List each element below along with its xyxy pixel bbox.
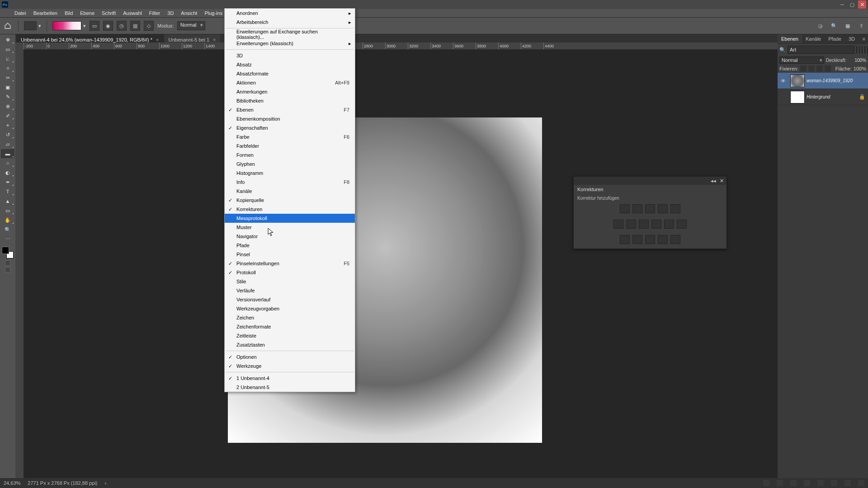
heal-tool-icon[interactable]: ⊕ <box>1 102 14 111</box>
adjustments-panel-title[interactable]: Korrekturen <box>574 185 726 194</box>
history-brush-tool-icon[interactable]: ↺ <box>1 130 14 139</box>
filter-shape-icon[interactable] <box>864 46 865 53</box>
menu-item-werkzeugvorgaben[interactable]: Werkzeugvorgaben <box>225 304 355 313</box>
menu-item-info[interactable]: InfoF8 <box>225 178 355 187</box>
chevron-down-icon[interactable]: ▾ <box>38 23 41 29</box>
layer-blend-mode-select[interactable]: Normal <box>779 56 824 64</box>
menu-item-aktionen[interactable]: AktionenAlt+F9 <box>225 78 355 87</box>
frame-tool-icon[interactable]: ▣ <box>1 83 14 92</box>
menu-item-erweiterungen-klassisch-[interactable]: Erweiterungen (klassisch)▸ <box>225 39 355 48</box>
invert-icon[interactable] <box>620 235 630 244</box>
menu-item-1-unbenannt-4[interactable]: ✓1 Unbenannt-4 <box>225 374 355 383</box>
edit-toolbar-icon[interactable]: ⋯ <box>1 235 14 244</box>
menu-item-arbeitsbereich[interactable]: Arbeitsbereich▸ <box>225 18 355 27</box>
photo-filter-icon[interactable] <box>651 220 661 229</box>
menu-item-pfade[interactable]: Pfade <box>225 241 355 250</box>
menu-item-absatzformate[interactable]: Absatzformate <box>225 69 355 78</box>
zoom-tool-icon[interactable]: 🔍 <box>1 225 14 234</box>
menu-item-kan-le[interactable]: Kanäle <box>225 187 355 196</box>
lock-artboard-icon[interactable] <box>816 66 823 72</box>
lasso-tool-icon[interactable]: ⟀ <box>1 54 14 63</box>
menu-ebene[interactable]: Ebene <box>76 9 98 17</box>
menu-filter[interactable]: Filter <box>146 9 164 17</box>
menu-item-protokoll[interactable]: ✓Protokoll <box>225 268 355 277</box>
hue-saturation-icon[interactable] <box>613 220 623 229</box>
eraser-tool-icon[interactable]: ▱ <box>1 140 14 149</box>
layer-name[interactable]: woman-1439909_1920 <box>807 78 853 83</box>
menu-item-zeichen[interactable]: Zeichen <box>225 313 355 322</box>
gradient-tool-icon[interactable]: ▬ <box>1 149 14 158</box>
filter-pixel-icon[interactable] <box>856 46 857 53</box>
menu-item-anmerkungen[interactable]: Anmerkungen <box>225 87 355 96</box>
shape-tool-icon[interactable]: ▭ <box>1 206 14 215</box>
document-info[interactable]: 2771 Px x 2768 Px (182,88 ppi) <box>28 480 97 486</box>
menu-item-histogramm[interactable]: Histogramm <box>225 169 355 178</box>
status-icon[interactable] <box>777 480 783 486</box>
horizontal-ruler[interactable]: -200020040060080010001200140016001800200… <box>24 42 778 50</box>
marquee-tool-icon[interactable]: ▭ <box>1 45 14 54</box>
menu-item-absatz[interactable]: Absatz <box>225 60 355 69</box>
path-select-tool-icon[interactable]: ▲ <box>1 197 14 206</box>
menu-item-muster[interactable]: Muster <box>225 223 355 232</box>
vibrance-icon[interactable] <box>670 204 680 213</box>
search-icon[interactable]: 🔍 <box>830 22 838 30</box>
lock-position-icon[interactable] <box>808 66 815 72</box>
menu-item-stile[interactable]: Stile <box>225 277 355 286</box>
window-close-button[interactable]: ✕ <box>858 0 866 9</box>
status-icon[interactable] <box>831 480 837 486</box>
zoom-level[interactable]: 24,63% <box>4 480 20 486</box>
hand-tool-icon[interactable]: ✋ <box>1 216 14 225</box>
gradient-reflected-icon[interactable]: ▥ <box>130 21 140 31</box>
tool-preset-picker[interactable] <box>24 21 37 30</box>
type-tool-icon[interactable]: T <box>1 187 14 196</box>
layer-name[interactable]: Hintergrund <box>807 94 830 99</box>
blur-tool-icon[interactable]: ○ <box>1 159 14 168</box>
menu-item-zeitleiste[interactable]: Zeitleiste <box>225 331 355 340</box>
window-minimize-button[interactable]: ─ <box>838 0 846 9</box>
eyedropper-tool-icon[interactable]: ✎ <box>1 92 14 101</box>
filter-type-icon[interactable] <box>862 46 863 53</box>
layer-thumbnail[interactable] <box>790 75 805 87</box>
panel-tab-ebenen[interactable]: Ebenen <box>778 34 802 43</box>
status-icon[interactable] <box>844 480 851 486</box>
menu-item-formen[interactable]: Formen <box>225 150 355 160</box>
chevron-right-icon[interactable]: › <box>104 480 106 486</box>
color-balance-icon[interactable] <box>626 220 636 229</box>
menu-item-erweiterungen-auf-exchange-suchen-klassisch-[interactable]: Erweiterungen auf Exchange suchen (klass… <box>225 30 355 39</box>
menu-item-ebenen[interactable]: ✓EbenenF7 <box>225 105 355 114</box>
blend-mode-select[interactable]: Normal <box>177 21 205 30</box>
menu-item-optionen[interactable]: ✓Optionen <box>225 352 355 361</box>
status-icon[interactable] <box>763 480 769 486</box>
menu-datei[interactable]: Datei <box>11 9 30 17</box>
panel-tab-3d[interactable]: 3D <box>845 34 859 43</box>
screenmode-icon[interactable] <box>5 267 10 272</box>
vertical-ruler[interactable] <box>15 50 24 478</box>
canvas-viewport[interactable] <box>24 50 778 478</box>
workspace-icon[interactable]: ▦ <box>844 22 852 30</box>
posterize-icon[interactable] <box>632 235 642 244</box>
layer-filter-input[interactable] <box>788 46 854 54</box>
panel-tab-pfade[interactable]: Pfade <box>825 34 845 43</box>
ruler-origin[interactable] <box>15 42 24 50</box>
foreground-color-swatch[interactable] <box>2 247 9 254</box>
stamp-tool-icon[interactable]: ⌖ <box>1 121 14 130</box>
panel-menu-icon[interactable]: ≡ <box>860 34 868 43</box>
move-tool-icon[interactable]: ✥ <box>1 35 14 44</box>
home-icon[interactable] <box>3 21 13 31</box>
menu-item-farbe[interactable]: FarbeF6 <box>225 132 355 141</box>
menu-item-bibliotheken[interactable]: Bibliotheken <box>225 96 355 105</box>
gradient-angle-icon[interactable]: ◷ <box>117 21 127 31</box>
foreground-background-colors[interactable] <box>1 246 14 259</box>
window-maximize-button[interactable]: ▢ <box>848 0 856 9</box>
status-icon[interactable] <box>817 480 824 486</box>
close-icon[interactable]: ✕ <box>720 178 724 184</box>
menu-bearbeiten[interactable]: Bearbeiten <box>30 9 61 17</box>
layer-row[interactable]: 👁woman-1439909_1920 <box>778 73 868 89</box>
gradient-linear-icon[interactable]: ▭ <box>90 21 99 31</box>
close-tab-icon[interactable]: × <box>213 37 216 42</box>
gradient-map-icon[interactable] <box>658 235 668 244</box>
status-icon[interactable] <box>804 480 810 486</box>
threshold-icon[interactable] <box>645 235 655 244</box>
wand-tool-icon[interactable]: ✧ <box>1 64 14 73</box>
menu-3d[interactable]: 3D <box>164 9 177 17</box>
